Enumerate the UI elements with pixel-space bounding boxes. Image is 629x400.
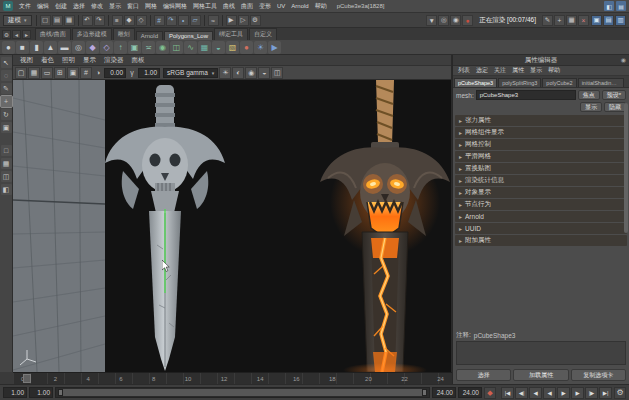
viewport-canvas[interactable] (13, 80, 451, 372)
select-highlight-icon[interactable]: ◉ (450, 15, 461, 26)
play-backwards-button[interactable]: ◀ (543, 387, 556, 399)
workspace-switch-icon[interactable]: ▤ (616, 1, 626, 11)
ae-menu-item[interactable]: 属性 (509, 66, 527, 75)
menu-item[interactable]: 创建 (52, 2, 70, 11)
viewport-menu-item[interactable]: 显示 (79, 56, 100, 65)
menu-item[interactable]: 编辑网格 (160, 2, 190, 11)
shelf-uv-icon[interactable]: ▧ (226, 41, 239, 54)
ae-menu-item[interactable]: 帮助 (545, 66, 563, 75)
menu-item[interactable]: 编辑 (34, 2, 52, 11)
ae-menu-item[interactable]: 列表 (455, 66, 473, 75)
prev-key-button[interactable]: ◀| (515, 387, 528, 399)
search-scene-icon[interactable]: ◎ (438, 15, 449, 26)
time-slider[interactable]: 024681012141618202224 (13, 372, 452, 384)
vp-xray-icon[interactable]: ◫ (271, 67, 283, 79)
ae-footer-button[interactable]: 复制选项卡 (571, 369, 626, 381)
record-icon[interactable]: ● (462, 15, 473, 26)
shelf-plane-icon[interactable]: ▬ (58, 41, 71, 54)
vp-grid-icon[interactable]: ▦ (28, 67, 40, 79)
select-object-icon[interactable]: ◆ (124, 15, 135, 26)
ipr-render-icon[interactable]: ▷ (238, 15, 249, 26)
attribute-section-header[interactable]: 平滑网格 (455, 151, 627, 162)
attribute-section-header[interactable]: 网格组件显示 (455, 127, 627, 138)
snap-plane-icon[interactable]: ▱ (190, 15, 201, 26)
attribute-section-header[interactable]: 网格控制 (455, 139, 627, 150)
menu-item[interactable]: 文件 (16, 2, 34, 11)
tool-lasso-icon[interactable]: ◌ (1, 70, 12, 81)
shelf-tab[interactable]: 曲线/曲面 (35, 28, 71, 40)
shelf-tab[interactable]: 多边形建模 (72, 28, 112, 40)
ae-menu-item[interactable]: 关注 (491, 66, 509, 75)
new-scene-icon[interactable]: ▢ (40, 15, 51, 26)
notes-field[interactable] (456, 341, 626, 365)
menu-item[interactable]: Arnold (288, 3, 311, 9)
pin-icon[interactable]: ◉ (621, 56, 626, 63)
shelf-tab[interactable]: Polygons_Low (164, 31, 213, 40)
attribute-editor-toggle-icon[interactable]: ▤ (603, 15, 614, 26)
shelf-next-icon[interactable]: ▸ (22, 30, 31, 39)
vp-film-gate-icon[interactable]: ▭ (41, 67, 53, 79)
range-slider[interactable] (55, 387, 430, 398)
ae-node-tab[interactable]: polySplitRing3 (498, 78, 541, 87)
vp-shadows-icon[interactable]: ◐ (232, 67, 244, 79)
channel-box-toggle-icon[interactable]: ▥ (615, 15, 626, 26)
shelf-bridge-icon[interactable]: ≍ (142, 41, 155, 54)
focus-button[interactable]: 焦点 (578, 90, 600, 100)
render-settings-icon[interactable]: ⚙ (250, 15, 261, 26)
presets-button[interactable]: 预设* (602, 90, 626, 100)
animation-preferences-icon[interactable]: ⚙ (614, 387, 626, 399)
exposure-icon[interactable]: ◑ (93, 69, 103, 76)
construction-history-icon[interactable]: ≈ (208, 15, 219, 26)
viewport-menu-item[interactable]: 照明 (58, 56, 79, 65)
vp-lighting-icon[interactable]: ☀ (219, 67, 231, 79)
shelf-prev-icon[interactable]: ◂ (12, 30, 21, 39)
show-button[interactable]: 显示 (580, 102, 602, 112)
save-scene-icon[interactable]: ▦ (64, 15, 75, 26)
shelf-bevel-icon[interactable]: ▣ (128, 41, 141, 54)
workspace-selector[interactable]: 建模 ▾ (3, 15, 32, 26)
select-component-icon[interactable]: ◇ (136, 15, 147, 26)
step-forward-button[interactable]: ▶ (571, 387, 584, 399)
vp-motion-blur-icon[interactable]: ◒ (258, 67, 270, 79)
shelf-quad-draw-icon[interactable]: ▦ (198, 41, 211, 54)
menu-item[interactable]: 网格 (142, 2, 160, 11)
vp-field-chart-icon[interactable]: # (80, 67, 92, 79)
shelf-render-icon[interactable]: ▶ (268, 41, 281, 54)
shelf-multicut-icon[interactable]: ◇ (100, 41, 113, 54)
grid-toggle-icon[interactable]: ▦ (566, 15, 577, 26)
ae-footer-button[interactable]: 选择 (456, 369, 511, 381)
shelf-light-icon[interactable]: ☀ (254, 41, 267, 54)
attribute-section-header[interactable]: 附加属性 (455, 235, 627, 246)
shelf-material-icon[interactable]: ● (240, 41, 253, 54)
shelf-tab[interactable]: 雕刻 (113, 28, 135, 40)
shelf-poly-tool-icon[interactable]: ◆ (86, 41, 99, 54)
go-to-start-button[interactable]: |◀ (501, 387, 514, 399)
vp-gate-mask-icon[interactable]: ▣ (67, 67, 79, 79)
attribute-section-header[interactable]: UUID (455, 223, 627, 234)
playback-start-field[interactable]: 1.00 (29, 387, 53, 398)
redo-icon[interactable]: ↷ (94, 15, 105, 26)
menu-item[interactable]: 曲线 (220, 2, 238, 11)
add-note-icon[interactable]: + (554, 15, 565, 26)
ae-menu-item[interactable]: 选定 (473, 66, 491, 75)
ae-footer-button[interactable]: 加载属性 (513, 369, 568, 381)
ae-menu-item[interactable]: 显示 (527, 66, 545, 75)
snap-grid-icon[interactable]: # (154, 15, 165, 26)
shelf-cone-icon[interactable]: ▲ (44, 41, 57, 54)
play-button[interactable]: ▶ (557, 387, 570, 399)
vp-select-camera-icon[interactable]: ▢ (15, 67, 27, 79)
tool-select-icon[interactable]: ↖ (1, 57, 12, 68)
menu-item[interactable]: 窗口 (124, 2, 142, 11)
attribute-editor-scrollbar[interactable] (624, 103, 628, 233)
layout-persp-outliner-icon[interactable]: ◫ (1, 171, 12, 182)
snap-point-icon[interactable]: • (178, 15, 189, 26)
shelf-cylinder-icon[interactable]: ▮ (30, 41, 43, 54)
menu-item[interactable]: 网格工具 (190, 2, 220, 11)
layout-single-pane-icon[interactable]: □ (1, 145, 12, 156)
shelf-torus-icon[interactable]: ◎ (72, 41, 85, 54)
playback-end-field[interactable]: 24.00 (432, 387, 456, 398)
shelf-tab[interactable]: 自定义 (249, 28, 277, 40)
range-start-field[interactable]: 1.00 (3, 387, 27, 398)
menu-item[interactable]: 曲面 (238, 2, 256, 11)
go-to-end-button[interactable]: ▶| (599, 387, 612, 399)
